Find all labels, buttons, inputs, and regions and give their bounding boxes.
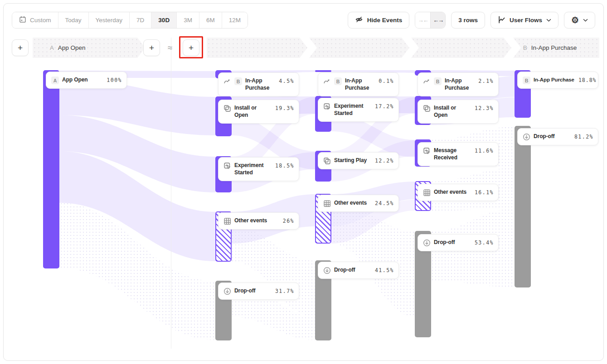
add-step-after-a-button[interactable]: + [143,39,160,56]
date-range-30d[interactable]: 30D [151,12,177,28]
event-badge: A [51,77,59,84]
flow-node-card[interactable]: Install or Open19.3% [218,100,299,124]
dropoff-icon [523,133,530,141]
date-range-today[interactable]: Today [58,12,89,28]
grid-icon [323,200,331,207]
grid-icon [423,189,431,196]
settings-dropdown[interactable]: ⚙ [564,12,595,29]
add-step-between-button[interactable]: + [183,39,199,56]
date-range-label: 3M [184,17,192,24]
flow-node-card[interactable]: Starting Play12.2% [318,152,399,169]
flow-node-label: Experiment Started [234,162,271,177]
flow-node-label: In-App Purchase [445,77,474,92]
flow-node-percent: 4.5% [279,77,294,84]
flow-node-label: App Open [62,77,102,84]
flow-bar-drop-off[interactable] [515,126,531,287]
flow-segment-2[interactable] [309,38,409,58]
chevron-down-icon [546,17,551,24]
steps-header: + AApp Open + ≈ + BIn-App Purchase [0,38,607,58]
date-range-custom[interactable]: Custom [12,12,58,28]
flow-node-label: Other events [234,217,279,225]
flow-node-card[interactable]: Experiment Started18.5% [218,157,299,181]
date-range-label: Yesterday [96,17,123,24]
squares-icon [423,105,431,112]
flow-node-percent: 0.1% [379,77,394,84]
flow-node-label: Install or Open [234,105,271,119]
add-step-before-a-button[interactable]: + [12,39,29,56]
rows-label: 3 rows [458,17,478,24]
event-badge: B [334,77,342,85]
flow-node-card[interactable]: Experiment Started17.2% [318,98,399,122]
flow-bar-in-app-purchase[interactable] [315,70,331,72]
flow-node-card[interactable]: BIn-App Purchase0.1% [318,72,399,96]
flow-node-label: Drop-off [234,287,271,295]
event-badge: B [234,77,242,85]
date-range-yesterday[interactable]: Yesterday [89,12,130,28]
flow-node-percent: 17.2% [375,103,394,110]
flow-node-percent: 12.2% [375,157,394,164]
flow-node-card[interactable]: AApp Open100% [46,72,127,89]
flow-node-label: Other events [334,200,371,207]
approx-symbol: ≈ [163,38,177,58]
flow-node-card[interactable]: Message Received11.6% [418,142,499,166]
flow-node-card[interactable]: Drop-off81.2% [517,128,598,145]
date-range-12m[interactable]: 12M [222,12,248,28]
flow-node-card[interactable]: Other events26% [218,212,299,230]
step-b-label: In-App Purchase [531,44,577,51]
toolbar-right-group: Hide Events →← ←→ 3 rows User Flows ⚙ [348,12,595,29]
date-range-label: 30D [158,17,170,24]
rows-button[interactable]: 3 rows [451,12,485,29]
flow-node-card[interactable]: Drop-off31.7% [218,283,299,300]
flow-node-label: Other events [434,189,471,196]
arrows-expand-icon: ←→ [433,17,443,24]
flow-node-percent: 11.6% [475,147,494,154]
eye-off-icon [355,16,363,24]
date-range-6m[interactable]: 6M [199,12,222,28]
custom-icon [223,162,231,170]
flow-node-card[interactable]: Drop-off41.5% [318,262,399,279]
view-type-label: User Flows [510,17,542,24]
flow-node-card[interactable]: Other events24.5% [318,195,399,212]
toolbar: CustomTodayYesterday7D30D3M6M12M Hide Ev… [12,12,595,29]
column-width-toggle: →← ←→ [415,12,446,29]
flow-node-card[interactable]: Install or Open12.3% [418,100,499,124]
flow-node-card[interactable]: Other events16.1% [418,184,499,201]
flow-node-card[interactable]: Drop-off53.4% [418,234,499,251]
flow-segment-3[interactable] [411,38,511,58]
flow-node-label: In-App Purchase [345,77,374,92]
arrows-collapse-icon: →← [418,17,428,24]
goal-icon [223,77,231,85]
hide-events-button[interactable]: Hide Events [348,12,409,29]
event-badge: B [523,77,530,84]
date-range-7d[interactable]: 7D [130,12,151,28]
flow-node-label: Drop-off [334,267,371,274]
date-range-label: Today [65,17,82,24]
flow-node-label: Install or Open [434,105,471,119]
date-range-group: CustomTodayYesterday7D30D3M6M12M [12,12,248,29]
flow-node-label: Drop-off [434,239,471,246]
dropoff-icon [323,267,331,274]
line-chart-icon [498,16,505,25]
collapse-columns-button[interactable]: →← [415,12,430,28]
plus-icon: + [149,43,154,53]
calendar-icon [19,16,26,24]
plus-icon: + [18,43,23,53]
flow-node-percent: 31.7% [275,287,294,294]
flow-node-label: Message Received [434,147,471,162]
view-type-dropdown[interactable]: User Flows [490,12,558,29]
flow-node-card[interactable]: BIn-App Purchase2.1% [418,72,499,96]
step-b-segment[interactable]: BIn-App Purchase [513,38,599,58]
flow-node-percent: 19.3% [275,105,294,111]
flow-node-label: In-App Purchase [245,77,275,92]
flow-node-card[interactable]: BIn-App Purchase4.5% [218,72,299,96]
flow-segment-1[interactable] [207,38,307,58]
expand-columns-button[interactable]: ←→ [430,12,445,28]
flow-node-percent: 100% [107,77,122,83]
flow-node-card[interactable]: BIn-App Purchase18.8% [517,72,598,89]
flow-bar-app-open[interactable] [43,70,59,268]
flow-node-percent: 41.5% [375,267,394,273]
date-range-3m[interactable]: 3M [177,12,199,28]
custom-icon [323,103,331,110]
step-a-segment[interactable]: AApp Open [33,38,145,58]
plus-icon: + [189,43,194,53]
